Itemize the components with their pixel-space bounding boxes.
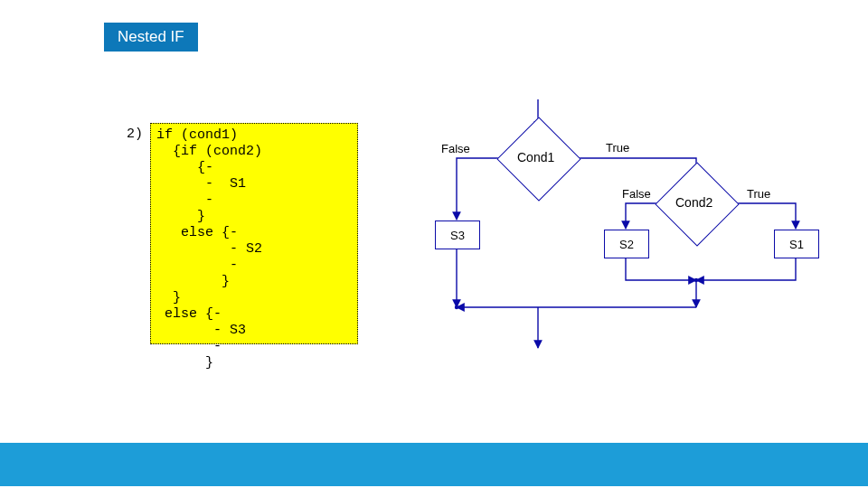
cond1-false-label: False <box>441 142 470 155</box>
cond2-label: Cond2 <box>675 195 712 210</box>
s3-label: S3 <box>450 229 465 242</box>
cond2-true-label: True <box>747 187 770 201</box>
cond2-false-label: False <box>622 187 651 201</box>
s1-box: S1 <box>774 230 819 258</box>
svg-point-6 <box>455 305 458 309</box>
s3-box: S3 <box>435 221 480 249</box>
cond1-true-label: True <box>606 141 629 155</box>
bottom-bar <box>0 443 868 486</box>
s2-box: S2 <box>604 230 649 258</box>
cond1-label: Cond1 <box>517 150 554 164</box>
flow-wires <box>0 0 868 488</box>
svg-point-5 <box>694 278 698 282</box>
s1-label: S1 <box>789 238 804 251</box>
s2-label: S2 <box>619 238 634 251</box>
